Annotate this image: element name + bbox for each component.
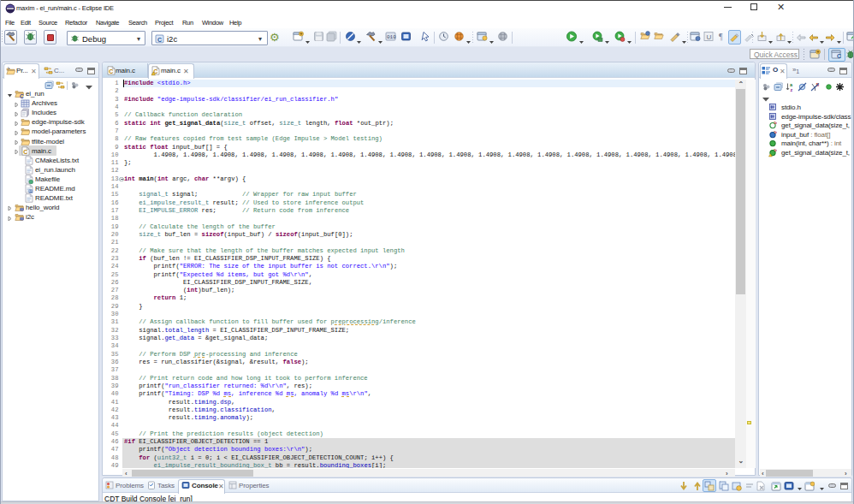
- svg-text:¶: ¶: [719, 32, 723, 41]
- svg-text:S: S: [774, 122, 777, 125]
- svg-text:U: U: [706, 33, 711, 41]
- svg-text:C: C: [109, 68, 113, 74]
- svg-text:C: C: [837, 53, 841, 59]
- svg-text:S: S: [774, 131, 777, 134]
- svg-text:010: 010: [387, 34, 396, 40]
- svg-text:z: z: [791, 87, 793, 92]
- svg-text:S: S: [774, 149, 777, 152]
- svg-text:C: C: [23, 149, 27, 155]
- svg-text:C: C: [20, 93, 24, 99]
- svg-text:C: C: [157, 36, 162, 42]
